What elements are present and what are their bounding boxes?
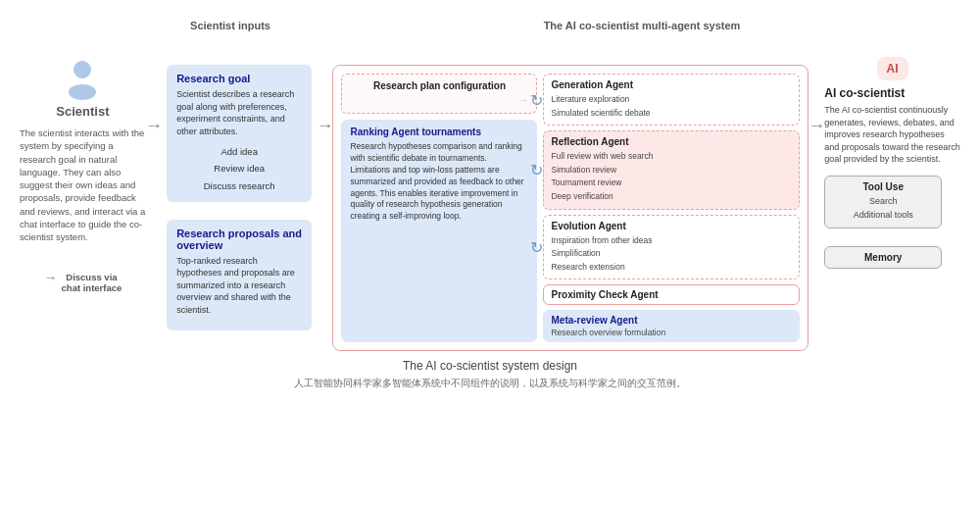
discuss-arrow: →: [44, 270, 58, 285]
proximity-title: Proximity Check Agent: [551, 289, 792, 300]
memory-title: Memory: [835, 252, 931, 263]
reflection-agent-box: ↻ Reflection Agent Full review with web …: [543, 130, 800, 209]
scientist-description: The scientist interacts with the system …: [20, 127, 146, 244]
review-idea-link[interactable]: Review idea: [176, 160, 302, 177]
discuss-label: Discuss viachat interface: [62, 272, 122, 293]
ai-coscientist-description: The AI co-scientist continuously generat…: [824, 104, 960, 166]
generation-refresh-icon: ↻: [530, 90, 543, 109]
ai-coscientist-title: AI co-scientist: [824, 86, 905, 100]
meta-item-1: Research overview formulation: [551, 328, 792, 337]
generation-item-2: Simulated scientific debate: [551, 107, 792, 121]
research-plan-title: Research plan configuration: [350, 80, 528, 91]
proposals-title: Research proposals and overview: [176, 228, 302, 251]
bottom-title: The AI co-scientist system design: [20, 359, 960, 373]
inputs-to-multiagent-arrow: →: [317, 37, 332, 136]
research-proposals-box: Research proposals and overview Top-rank…: [167, 220, 312, 330]
meta-agent-box: Meta-review Agent Research overview form…: [543, 310, 800, 342]
evolution-item-2: Simplification: [551, 247, 792, 261]
generation-agent-title: Generation Agent: [551, 79, 792, 90]
scientist-icon: [61, 57, 104, 100]
evolution-item-1: Inspiration from other ideas: [551, 234, 792, 248]
main-layout: Scientist The scientist interacts with t…: [20, 37, 960, 351]
tool-use-title: Tool Use: [835, 181, 931, 192]
discuss-research-link[interactable]: Discuss research: [176, 177, 302, 194]
right-agents: ↻ Generation Agent Literature exploratio…: [543, 74, 800, 342]
ranking-agent-box: Ranking Agent tournaments Research hypot…: [341, 120, 537, 342]
tool-use-box: Tool Use Search Additional tools: [824, 176, 942, 228]
scientist-column: Scientist The scientist interacts with t…: [20, 37, 146, 293]
reflection-refresh-icon: ↻: [530, 161, 543, 179]
inputs-column: Research goal Scientist describes a rese…: [162, 37, 318, 338]
evolution-refresh-icon: ↻: [530, 237, 543, 256]
multiagent-inner: Research plan configuration → Ranking Ag…: [332, 65, 808, 351]
generation-agent-box: ↻ Generation Agent Literature exploratio…: [543, 74, 800, 126]
meta-title: Meta-review Agent: [551, 315, 792, 326]
proximity-agent-box: Proximity Check Agent: [543, 284, 800, 305]
reflection-item-2: Simulation review: [551, 164, 792, 177]
reflection-agent-title: Reflection Agent: [551, 136, 792, 147]
left-agents: Research plan configuration → Ranking Ag…: [341, 74, 537, 342]
bottom-subtitle: 人工智能协同科学家多智能体系统中不同组件的说明，以及系统与科学家之间的交互范例。: [20, 377, 960, 390]
evolution-agent-title: Evolution Agent: [551, 221, 792, 231]
scientist-to-inputs-arrow: →: [146, 37, 162, 136]
ranking-desc: Research hypotheses comparison and ranki…: [350, 141, 528, 223]
svg-point-0: [74, 61, 91, 78]
tool-item-search: Search: [835, 194, 931, 208]
multiagent-column: Research plan configuration → Ranking Ag…: [332, 37, 808, 351]
add-idea-link[interactable]: Add idea: [176, 143, 302, 160]
tool-item-additional: Additional tools: [835, 208, 931, 222]
memory-box: Memory: [824, 246, 942, 269]
multiagent-to-ai-arrow: →: [808, 37, 824, 136]
ranking-title: Ranking Agent tournaments: [350, 127, 528, 137]
proposals-desc: Top-ranked research hypotheses and propo…: [176, 255, 302, 317]
svg-point-1: [69, 84, 96, 100]
reflection-item-4: Deep verification: [551, 190, 792, 204]
generation-item-1: Literature exploration: [551, 93, 792, 107]
ai-coscientist-column: AI AI co-scientist The AI co-scientist c…: [824, 37, 960, 269]
research-plan-box: Research plan configuration →: [341, 74, 537, 114]
scientist-label: Scientist: [56, 104, 109, 119]
multiagent-title: The AI co-scientist multi-agent system: [544, 20, 741, 31]
evolution-item-3: Research extension: [551, 261, 792, 275]
research-goal-box: Research goal Scientist describes a rese…: [167, 65, 312, 202]
reflection-item-3: Tournament review: [551, 177, 792, 190]
ai-badge: AI: [877, 57, 908, 80]
evolution-agent-box: ↻ Evolution Agent Inspiration from other…: [543, 215, 800, 280]
diagram-container: Scientist inputs The AI co-scientist mul…: [0, 0, 980, 400]
research-goal-desc: Scientist describes a research goal alon…: [176, 88, 302, 137]
scientist-inputs-label: Scientist inputs: [190, 20, 270, 31]
reflection-item-1: Full review with web search: [551, 150, 792, 164]
input-links: Add idea Review idea Discuss research: [176, 143, 302, 193]
research-goal-title: Research goal: [176, 73, 302, 84]
